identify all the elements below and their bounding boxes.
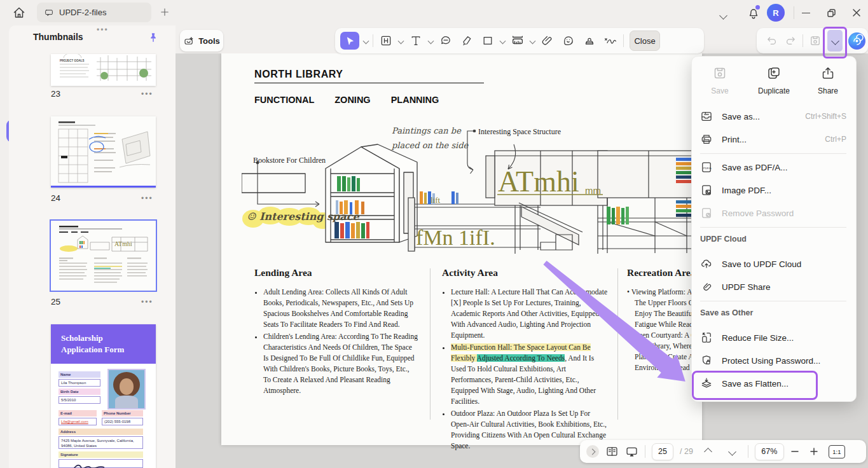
shape-tool[interactable] xyxy=(479,32,496,50)
menu-item-label: Image PDF... xyxy=(722,186,771,195)
paintings-note-line2: placed on the side xyxy=(392,141,468,150)
menu-item-updf-share[interactable]: UPDF Share xyxy=(700,277,846,296)
menu-item-label: Remove Password xyxy=(722,209,794,218)
comment-tool[interactable] xyxy=(437,32,454,50)
measure-tool-chevron[interactable] xyxy=(530,38,536,44)
paintings-note-line1: Paintings can be xyxy=(392,126,461,135)
menu-divider xyxy=(700,153,846,154)
svg-text:PDF/A: PDF/A xyxy=(703,167,712,170)
panel-title: Thumbnails xyxy=(33,32,83,42)
panel-drag-handle[interactable]: ••• xyxy=(97,25,109,34)
titlebar-chevron-icon[interactable] xyxy=(720,10,726,21)
measure-tool[interactable] xyxy=(509,32,526,50)
library-illustration: ATmhi mm fMn 1ifI. lift xyxy=(242,123,701,256)
zoom-level[interactable]: 67% xyxy=(755,443,784,460)
heading-tool-chevron[interactable] xyxy=(398,38,404,44)
watermark-small-text: lift xyxy=(431,195,441,205)
menu-save-label: Save xyxy=(711,86,728,95)
highlighter-tool[interactable] xyxy=(458,32,475,50)
menu-item-image-pdf[interactable]: Image PDF... xyxy=(700,181,846,200)
menu-item-label: Protect Using Password... xyxy=(722,356,820,366)
zoom-in-button[interactable] xyxy=(809,447,822,456)
shape-tool-chevron[interactable] xyxy=(500,38,506,44)
page-view-icon[interactable] xyxy=(605,445,619,458)
next-page-button[interactable] xyxy=(724,449,741,455)
titlebar-divider xyxy=(794,6,794,19)
scholarship-header: Scholarship Application Form xyxy=(51,324,156,364)
structure-label: Interesting Space Structure xyxy=(478,127,561,137)
menu-share-action[interactable]: Share xyxy=(805,65,851,95)
sticker-tool[interactable] xyxy=(560,32,577,50)
close-window-button[interactable] xyxy=(847,5,866,20)
new-tab-button[interactable] xyxy=(159,6,170,18)
menu-item-save-as[interactable]: Save as... Ctrl+Shift+S xyxy=(700,107,846,126)
select-tool[interactable] xyxy=(340,32,359,50)
menu-duplicate-action[interactable]: Duplicate xyxy=(751,65,797,95)
menu-item-label: Save as... xyxy=(722,112,760,121)
doc-title-rule xyxy=(254,83,484,83)
document-tab[interactable]: UPDF-2-files xyxy=(37,3,151,22)
menu-item-save-as-pdfa[interactable]: PDF/A Save as PDF/A... xyxy=(700,158,846,177)
bookstore-label: Bookstore For Children xyxy=(253,156,326,165)
menu-item-label: Save as PDF/A... xyxy=(722,163,788,172)
link-icon xyxy=(700,280,713,293)
titlebar: UPDF-2-files R xyxy=(0,0,868,25)
avatar[interactable]: R xyxy=(767,4,785,22)
stamp-tool[interactable] xyxy=(581,32,598,50)
thumb23-number: 23 xyxy=(51,89,60,99)
tools-label: Tools xyxy=(198,36,220,46)
text-tool[interactable] xyxy=(408,32,424,50)
signature-tool[interactable] xyxy=(602,32,619,50)
thumbnail-page-24[interactable] xyxy=(51,116,156,188)
menu-share-label: Share xyxy=(818,86,838,95)
scholarship-title-1: Scholarship xyxy=(61,333,103,343)
thumbnail-scholarship-form[interactable]: Scholarship Application Form Name Lila T… xyxy=(51,324,156,468)
tools-button[interactable]: Tools xyxy=(180,30,223,52)
field-label-phone: Phone Number xyxy=(102,410,143,416)
select-tool-chevron[interactable] xyxy=(363,38,369,44)
collapse-bar-button[interactable] xyxy=(586,445,599,458)
thumb25-more[interactable]: ••• xyxy=(141,298,153,306)
close-tools-button[interactable]: Close xyxy=(630,31,660,51)
thumb23-more[interactable]: ••• xyxy=(141,90,153,99)
redo-icon[interactable] xyxy=(784,34,797,47)
pdfa-icon: PDF/A xyxy=(700,161,713,174)
home-icon[interactable] xyxy=(11,5,27,20)
thumb24-more[interactable]: ••• xyxy=(141,194,153,203)
thumbnail-page-25-selected[interactable]: ATmhi xyxy=(51,221,156,291)
menu-item-reduce-file-size[interactable]: Reduce File Size... xyxy=(700,328,846,347)
doc-tab-zoning: ZONING xyxy=(334,95,370,105)
field-label-signature: Signature xyxy=(59,451,143,458)
thumb23-caption: PROJECT GOALS xyxy=(60,59,85,62)
interesting-space-note: ☺ Interesting space xyxy=(247,210,359,223)
menu-item-print[interactable]: Print... Ctrl+P xyxy=(700,130,846,149)
page-number-input[interactable]: 25 xyxy=(652,443,673,460)
presentation-icon[interactable] xyxy=(625,445,638,458)
ai-assistant-icon[interactable] xyxy=(848,32,865,50)
previous-page-button[interactable] xyxy=(699,449,717,455)
menu-item-protect-password[interactable]: Protect Using Password... xyxy=(700,351,846,370)
toolbar-separator xyxy=(623,34,624,47)
reduce-size-icon xyxy=(700,331,713,344)
pin-icon[interactable] xyxy=(148,32,159,43)
actual-size-button[interactable]: 1:1 xyxy=(829,445,845,458)
attachment-tool[interactable] xyxy=(539,32,556,50)
thumbnail-page-23[interactable]: PROJECT GOALS xyxy=(51,54,156,86)
notification-bell-icon[interactable] xyxy=(747,6,761,20)
field-value-address: 7425 Maple Avenue, Sunnyvale, California… xyxy=(59,436,143,449)
restore-button[interactable] xyxy=(822,5,841,20)
field-value-phone: (202) 555-0198 xyxy=(102,418,143,425)
save-icon[interactable] xyxy=(809,34,822,47)
heading-tool[interactable] xyxy=(378,32,394,50)
text-tool-chevron[interactable] xyxy=(428,38,434,44)
tutorial-arrow xyxy=(534,254,699,394)
minimize-button[interactable] xyxy=(796,5,815,20)
applicant-photo xyxy=(107,369,146,410)
undo-icon[interactable] xyxy=(766,34,778,47)
menu-item-save-to-cloud[interactable]: Save to UPDF Cloud xyxy=(700,254,846,273)
menu-divider xyxy=(700,301,846,301)
zoom-out-button[interactable] xyxy=(790,447,803,456)
menu-item-label: Save to UPDF Cloud xyxy=(722,259,801,269)
lending-area-column: Lending Area Adult Lending Area: Collect… xyxy=(254,267,418,397)
field-value-signature xyxy=(59,459,143,468)
